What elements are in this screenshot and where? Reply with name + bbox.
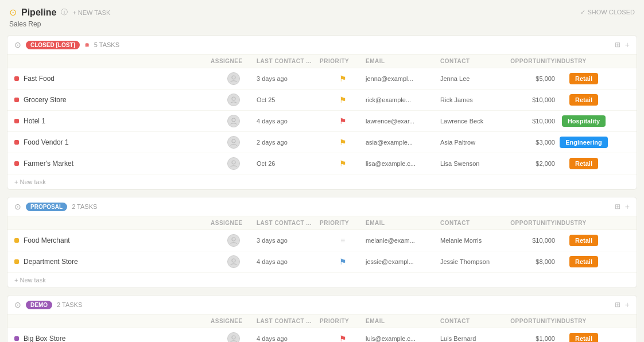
task-name: Hotel 1 <box>24 117 45 125</box>
task-name: Department Store <box>24 258 78 266</box>
table-row[interactable]: Farmer's Market Oct 26 ⚑ lisa@example.c.… <box>7 153 637 174</box>
table-row[interactable]: Big Box Store 4 days ago ⚑ luis@example.… <box>7 328 637 342</box>
assignee-cell <box>211 72 257 85</box>
col-headers-icon[interactable]: ⊞ <box>615 203 620 211</box>
col-headers-icon[interactable]: ⊞ <box>615 41 620 49</box>
add-task-link[interactable]: + New task <box>14 277 46 283</box>
priority-flag: ⚑ <box>339 116 347 126</box>
priority-cell: ⚑ <box>320 138 366 147</box>
priority-flag: ⚑ <box>339 95 347 104</box>
task-name: Farmer's Market <box>24 160 73 168</box>
email-cell: lawrence@exar... <box>366 118 440 125</box>
email-cell: asia@example... <box>366 139 440 146</box>
assignee-avatar[interactable] <box>227 72 240 85</box>
email-cell: melanie@exam... <box>366 237 440 244</box>
col-actions <box>612 58 630 64</box>
col-contact: CONTACT <box>440 220 498 226</box>
section-toggle-proposal[interactable]: ⊙ <box>14 202 21 211</box>
table-row[interactable]: Food Merchant 3 days ago ≡ melanie@exam.… <box>7 230 637 251</box>
col-headers-demo: ASSIGNEE LAST CONTACT ... PRIORITY EMAIL… <box>7 314 637 328</box>
task-name: Food Merchant <box>24 236 70 244</box>
add-column-icon[interactable]: + <box>625 40 630 49</box>
svg-point-1 <box>232 97 235 100</box>
col-last-contact: LAST CONTACT ... <box>257 220 320 226</box>
svg-point-2 <box>232 118 235 122</box>
assignee-avatar[interactable] <box>227 94 240 106</box>
assignee-avatar[interactable] <box>227 255 240 268</box>
last-contact-cell: 4 days ago <box>257 258 320 265</box>
section-actions-demo: ⊞ + <box>615 300 630 309</box>
add-column-icon[interactable]: + <box>625 300 630 309</box>
task-dot <box>14 76 19 81</box>
opportunity-cell: $1,000 <box>498 335 555 342</box>
table-row[interactable]: Fast Food 3 days ago ⚑ jenna@exampl... J… <box>7 68 637 90</box>
col-last-contact: LAST CONTACT ... <box>257 58 320 64</box>
table-row[interactable]: Grocery Store Oct 25 ⚑ rick@example... R… <box>7 90 637 111</box>
industry-cell: Retail <box>555 73 612 84</box>
assignee-avatar[interactable] <box>227 115 240 127</box>
page-title-row: ⊙ Pipeline ⓘ + NEW TASK <box>9 7 110 18</box>
contact-cell: Melanie Morris <box>440 237 498 244</box>
assignee-cell <box>211 157 257 170</box>
col-headers-proposal: ASSIGNEE LAST CONTACT ... PRIORITY EMAIL… <box>7 216 637 230</box>
contact-cell: Lawrence Beck <box>440 118 498 125</box>
col-assignee: ASSIGNEE <box>211 58 257 64</box>
show-closed-button[interactable]: ✓ SHOW CLOSED <box>580 9 635 16</box>
assignee-avatar[interactable] <box>227 136 240 149</box>
opportunity-cell: $3,000 <box>498 139 555 146</box>
industry-badge: Retail <box>569 333 598 342</box>
industry-cell: Retail <box>555 158 612 169</box>
svg-point-7 <box>232 336 235 339</box>
task-dot <box>14 119 19 123</box>
info-icon[interactable]: ⓘ <box>61 7 68 17</box>
col-email: EMAIL <box>366 220 440 226</box>
industry-badge: Retail <box>569 158 598 169</box>
assignee-avatar[interactable] <box>227 332 240 342</box>
task-dot <box>14 140 19 145</box>
assignee-avatar[interactable] <box>227 157 240 170</box>
priority-flag: ⚑ <box>339 257 347 266</box>
task-name-cell: Fast Food <box>14 75 211 83</box>
industry-cell: Retail <box>555 256 612 267</box>
col-email: EMAIL <box>366 58 440 64</box>
priority-flag: ⚑ <box>339 159 347 168</box>
task-name: Grocery Store <box>24 96 67 104</box>
new-task-button[interactable]: + NEW TASK <box>72 9 110 16</box>
task-name: Food Vendor 1 <box>24 138 69 146</box>
section-header-demo: ⊙ DEMO 2 TASKS ⊞ + <box>7 296 637 314</box>
industry-badge: Hospitality <box>562 115 606 127</box>
email-cell: jenna@exampl... <box>366 75 440 82</box>
contact-cell: Jenna Lee <box>440 75 498 82</box>
col-headers-icon[interactable]: ⊞ <box>615 301 620 309</box>
table-row[interactable]: Department Store 4 days ago ⚑ jessie@exa… <box>7 251 637 273</box>
col-name <box>14 58 211 64</box>
table-row[interactable]: Food Vendor 1 2 days ago ⚑ asia@example.… <box>7 132 637 153</box>
task-dot <box>14 238 19 243</box>
contact-cell: Rick James <box>440 96 498 103</box>
last-contact-cell: Oct 25 <box>257 96 320 103</box>
add-column-icon[interactable]: + <box>625 202 630 211</box>
section-toggle-closed-lost[interactable]: ⊙ <box>14 40 21 49</box>
section-tasks-count-closed-lost: 5 TASKS <box>94 41 119 48</box>
col-name <box>14 220 211 226</box>
section-tasks-count-proposal: 2 TASKS <box>72 203 97 210</box>
opportunity-cell: $10,000 <box>498 237 555 244</box>
industry-cell: Retail <box>555 333 612 342</box>
assignee-cell <box>211 94 257 106</box>
assignee-avatar[interactable] <box>227 234 240 247</box>
table-row[interactable]: Hotel 1 4 days ago ⚑ lawrence@exar... La… <box>7 111 637 132</box>
add-task-link[interactable]: + New task <box>14 178 46 185</box>
col-opportunity: OPPORTUNITY <box>498 318 555 324</box>
section-closed-lost: ⊙ CLOSED [LOST] ⊗ 5 TASKS ⊞ + ASSIGNEE L… <box>7 35 637 190</box>
col-headers-closed-lost: ASSIGNEE LAST CONTACT ... PRIORITY EMAIL… <box>7 55 637 68</box>
section-toggle-demo[interactable]: ⊙ <box>14 300 21 309</box>
section-actions-proposal: ⊞ + <box>615 202 630 211</box>
priority-flag: ⚑ <box>339 74 347 83</box>
industry-badge: Retail <box>569 73 598 84</box>
last-contact-cell: 3 days ago <box>257 75 320 82</box>
priority-cell: ⚑ <box>320 334 366 342</box>
page-title: Pipeline <box>21 7 56 18</box>
assignee-cell <box>211 332 257 342</box>
task-name-cell: Food Vendor 1 <box>14 138 211 146</box>
task-name: Fast Food <box>24 75 55 83</box>
